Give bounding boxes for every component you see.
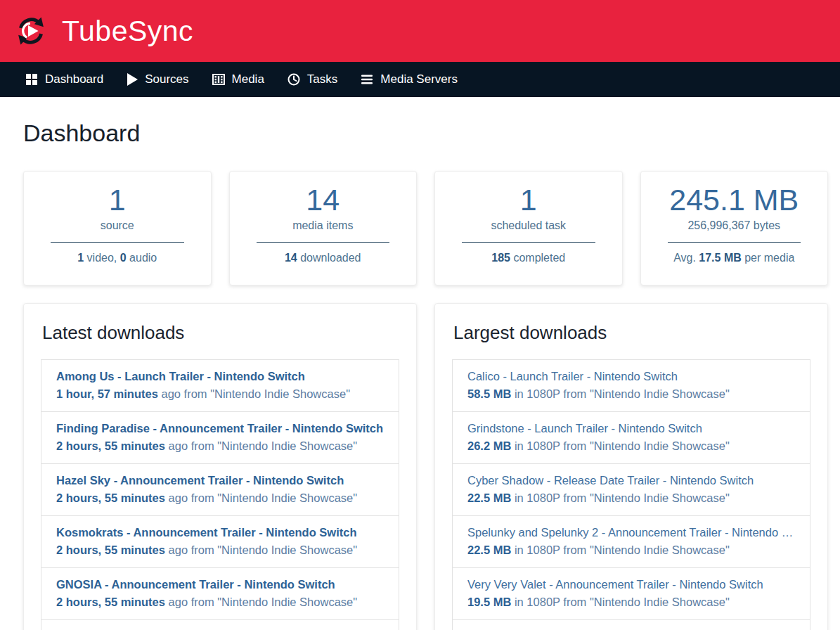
main-nav: Dashboard Sources Media [0,62,840,97]
nav-item-media-servers[interactable]: Media Servers [361,72,458,86]
sync-play-logo-icon [13,13,49,49]
stat-value: 245.1 MB [641,181,828,218]
page-title: Dashboard [23,120,828,147]
nav-label: Dashboard [45,72,103,86]
stat-footer: 14 downloaded [230,252,417,264]
stat-footer: 185 completed [435,252,622,264]
list-item[interactable]: Finding Paradise - Announcement Trailer … [41,411,399,464]
stat-value: 1 [24,181,211,218]
stat-value: 1 [435,181,622,218]
item-detail: 1 hour, 57 minutes ago from "Nintendo In… [56,385,384,403]
largest-downloads-panel: Largest downloads Calico - Launch Traile… [434,303,828,630]
list-item[interactable]: Happy Game - Announcement Trailer - Nint… [41,619,399,630]
item-detail: 2 hours, 55 minutes ago from "Nintendo I… [56,541,384,559]
list-item[interactable]: Kosmokrats - Announcement Trailer - Nint… [41,515,399,568]
brand-home-link[interactable]: TubeSync [13,13,193,49]
nav-label: Media [232,72,264,86]
stat-card-storage: 245.1 MB 256,996,367 bytes Avg. 17.5 MB … [640,171,829,285]
play-icon [127,73,138,86]
list-item[interactable]: Kosmokrats - Announcement Trailer - Nint… [452,619,810,630]
app-header: TubeSync [0,0,840,62]
media-link[interactable]: GNOSIA - Announcement Trailer - Nintendo… [56,576,384,593]
latest-downloads-list: Among Us - Launch Trailer - Nintendo Swi… [41,359,399,630]
app-title: TubeSync [62,15,193,48]
media-link[interactable]: Grindstone - Launch Trailer - Nintendo S… [467,420,795,437]
divider [257,242,390,243]
divider [51,242,184,243]
media-link[interactable]: Hazel Sky - Announcement Trailer - Ninte… [56,472,384,489]
media-link[interactable]: Calico - Launch Trailer - Nintendo Switc… [467,368,795,385]
item-detail: 2 hours, 55 minutes ago from "Nintendo I… [56,489,384,507]
list-item[interactable]: Cyber Shadow - Release Date Trailer - Ni… [452,463,810,516]
nav-item-dashboard[interactable]: Dashboard [25,72,103,86]
media-link[interactable]: Finding Paradise - Announcement Trailer … [56,420,384,437]
largest-downloads-list: Calico - Launch Trailer - Nintendo Switc… [452,359,810,630]
list-item[interactable]: Among Us - Launch Trailer - Nintendo Swi… [41,359,399,412]
media-link[interactable]: Cyber Shadow - Release Date Trailer - Ni… [467,472,795,489]
latest-downloads-heading: Latest downloads [42,322,399,344]
item-detail: 58.5 MB in 1080P from "Nintendo Indie Sh… [467,385,795,403]
media-link[interactable]: Spelunky and Spelunky 2 - Announcement T… [467,524,795,541]
stat-footer: Avg. 17.5 MB per media [641,252,828,264]
item-detail: 2 hours, 55 minutes ago from "Nintendo I… [56,593,384,611]
stat-label: scheduled task [435,218,622,233]
list-item[interactable]: Hazel Sky - Announcement Trailer - Ninte… [41,463,399,516]
stat-label: source [24,218,211,233]
stat-footer: 1 video, 0 audio [24,252,211,264]
largest-downloads-heading: Largest downloads [453,322,810,344]
stats-row: 1 source 1 video, 0 audio 14 media items… [23,171,828,285]
divider [462,242,595,243]
item-detail: 22.5 MB in 1080P from "Nintendo Indie Sh… [467,541,795,559]
nav-item-sources[interactable]: Sources [127,72,188,86]
film-icon [212,74,225,85]
stat-label: 256,996,367 bytes [641,218,828,233]
list-item[interactable]: GNOSIA - Announcement Trailer - Nintendo… [41,567,399,620]
media-link[interactable]: Kosmokrats - Announcement Trailer - Nint… [56,524,384,541]
media-link[interactable]: Very Very Valet - Announcement Trailer -… [467,576,795,593]
media-link[interactable]: Among Us - Launch Trailer - Nintendo Swi… [56,368,384,385]
page-content: Dashboard 1 source 1 video, 0 audio 14 m… [23,120,828,630]
downloads-row: Latest downloads Among Us - Launch Trail… [23,303,828,630]
list-item[interactable]: Grindstone - Launch Trailer - Nintendo S… [452,411,810,464]
server-list-icon [361,74,373,85]
nav-item-tasks[interactable]: Tasks [287,72,337,86]
item-detail: 22.5 MB in 1080P from "Nintendo Indie Sh… [467,489,795,507]
latest-downloads-panel: Latest downloads Among Us - Launch Trail… [23,303,417,630]
stat-card-media-items: 14 media items 14 downloaded [229,171,418,285]
list-item[interactable]: Very Very Valet - Announcement Trailer -… [452,567,810,620]
nav-item-media[interactable]: Media [212,72,264,86]
divider [668,242,801,243]
nav-label: Sources [145,72,188,86]
nav-label: Tasks [307,72,337,86]
stat-card-sources: 1 source 1 video, 0 audio [23,171,212,285]
list-item[interactable]: Spelunky and Spelunky 2 - Announcement T… [452,515,810,568]
item-detail: 2 hours, 55 minutes ago from "Nintendo I… [56,437,384,455]
dashboard-grid-icon [25,73,38,86]
list-item[interactable]: Calico - Launch Trailer - Nintendo Switc… [452,359,810,412]
stat-card-scheduled-tasks: 1 scheduled task 185 completed [434,171,623,285]
nav-label: Media Servers [380,72,458,86]
stat-value: 14 [230,181,417,218]
item-detail: 26.2 MB in 1080P from "Nintendo Indie Sh… [467,437,795,455]
clock-icon [287,73,300,86]
item-detail: 19.5 MB in 1080P from "Nintendo Indie Sh… [467,593,795,611]
stat-label: media items [230,218,417,233]
